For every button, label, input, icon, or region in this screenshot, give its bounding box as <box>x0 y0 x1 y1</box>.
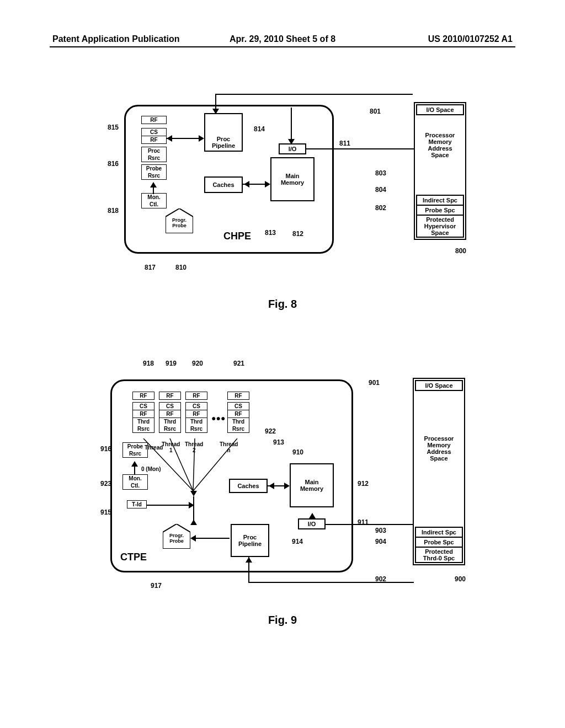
rf2: RF <box>141 136 167 144</box>
p1: Protected <box>418 216 462 223</box>
reg-mon-ctl: Mon. Ctl. <box>141 193 167 208</box>
ref-922: 922 <box>265 427 276 435</box>
mm92: Memory <box>291 485 333 492</box>
ref-818: 818 <box>108 207 119 215</box>
proc-pipeline-8: Proc Pipeline <box>204 113 243 152</box>
t2b: Rsrc <box>185 425 207 433</box>
ref-901: 901 <box>369 379 380 387</box>
ref-814: 814 <box>254 125 265 133</box>
header-rule <box>50 46 515 47</box>
page-header: Patent Application Publication Apr. 29, … <box>0 34 565 44</box>
a2: Memory <box>415 138 465 145</box>
ref-811: 811 <box>339 140 350 147</box>
rf-stack-0: RF CS RF Thrd Rsrc <box>132 392 154 433</box>
p91: Protected <box>417 548 461 555</box>
rfn: RF <box>227 392 249 400</box>
caches-8: Caches <box>204 176 243 193</box>
header-left: Patent Application Publication <box>52 34 180 44</box>
patent-page: Patent Application Publication Apr. 29, … <box>0 0 565 728</box>
reg-rf: RF <box>141 116 167 124</box>
rf1: RF <box>159 392 181 400</box>
ref-801: 801 <box>370 108 381 115</box>
rfnb: RF <box>227 410 249 418</box>
pp92: Pipeline <box>232 540 268 547</box>
tnb: Rsrc <box>227 425 249 433</box>
ref-916: 916 <box>100 445 111 453</box>
svg-line-3 <box>170 438 193 491</box>
ref-918: 918 <box>143 360 154 367</box>
rf2: RF <box>185 392 207 400</box>
rsrc: Rsrc <box>141 154 167 162</box>
ref-816: 816 <box>108 160 119 168</box>
a3: Address <box>415 145 465 152</box>
ref-915: 915 <box>100 508 111 516</box>
fig-8-caption: Fig. 8 <box>268 298 297 311</box>
proc: Proc <box>141 147 167 154</box>
main-memory-9: Main Memory <box>290 463 334 507</box>
p3: Space <box>418 229 462 236</box>
ref-921: 921 <box>233 360 244 367</box>
ref-813: 813 <box>265 229 276 237</box>
a4: Space <box>415 152 465 158</box>
t0b: Rsrc <box>132 425 154 433</box>
rf-stack-2: RF CS RF Thrd Rsrc <box>185 392 207 433</box>
indirect-spc: Indirect Spc <box>416 195 464 206</box>
header-center: Apr. 29, 2010 Sheet 5 of 8 <box>230 34 335 44</box>
memory-space-9: I/O Space Processor Memory Address Space… <box>413 378 465 565</box>
svg-line-2 <box>143 438 193 491</box>
ref-803: 803 <box>375 169 386 177</box>
reg-proc-rsrc: Proc Rsrc <box>141 147 167 162</box>
ref-910: 910 <box>292 448 303 456</box>
t1a: Thrd <box>159 418 181 425</box>
ref-817: 817 <box>145 264 156 271</box>
reg-probe-rsrc: Probe Rsrc <box>141 164 167 180</box>
io-space: I/O Space <box>416 104 464 115</box>
ref-903: 903 <box>375 527 386 534</box>
pp1: Proc <box>205 136 242 142</box>
cs0: CS <box>132 402 154 410</box>
ref-919: 919 <box>166 360 177 367</box>
ref-800: 800 <box>455 247 466 255</box>
a1: Processor <box>415 132 465 138</box>
main-memory-8: Main Memory <box>270 157 315 201</box>
pr91: Progr. <box>164 533 189 538</box>
fig-9-caption: Fig. 9 <box>268 614 297 627</box>
svg-line-5 <box>193 438 237 491</box>
cs1: CS <box>159 402 181 410</box>
rf-stack-n: RF CS RF Thrd Rsrc <box>227 392 249 433</box>
pp2: Pipeline <box>205 142 242 149</box>
p92: Thrd-0 Spc <box>417 555 461 561</box>
arrow-io-up <box>309 513 316 518</box>
tid-9: T-Id <box>127 500 147 508</box>
header-right: US 2010/0107252 A1 <box>428 34 513 44</box>
chpe-label: CHPE <box>223 231 251 242</box>
rf-stack-1: RF CS RF Thrd Rsrc <box>159 392 181 433</box>
ref-920: 920 <box>192 360 203 367</box>
ctl: Ctl. <box>141 201 167 208</box>
ref-815: 815 <box>108 124 119 131</box>
pr1: Progr. <box>167 217 191 223</box>
proc-pipeline-9: Proc Pipeline <box>231 524 269 557</box>
ref-810: 810 <box>175 264 186 271</box>
tid: T-Id <box>127 500 147 508</box>
ref-804: 804 <box>375 186 386 194</box>
memory-space-8: I/O Space Processor Memory Address Space… <box>414 102 466 240</box>
mm2: Memory <box>271 179 313 186</box>
mm91: Main <box>291 479 333 485</box>
a91: Processor <box>414 435 464 442</box>
ref-802: 802 <box>375 204 386 212</box>
mon: Mon. <box>141 193 167 201</box>
tna: Thrd <box>227 418 249 425</box>
pp91: Proc <box>232 534 268 540</box>
ref-917: 917 <box>151 582 162 590</box>
rf2b: RF <box>185 410 207 418</box>
ref-912: 912 <box>358 480 369 488</box>
indirect-spc-9: Indirect Spc <box>415 527 463 538</box>
mm1: Main <box>271 173 313 179</box>
thread-converge-lines <box>141 438 251 494</box>
rsrc2: Rsrc <box>141 172 167 180</box>
ref-900: 900 <box>455 575 466 583</box>
probe: Probe <box>141 164 167 172</box>
probe-spc-9: Probe Spc <box>415 538 463 548</box>
ref-812: 812 <box>292 230 303 238</box>
